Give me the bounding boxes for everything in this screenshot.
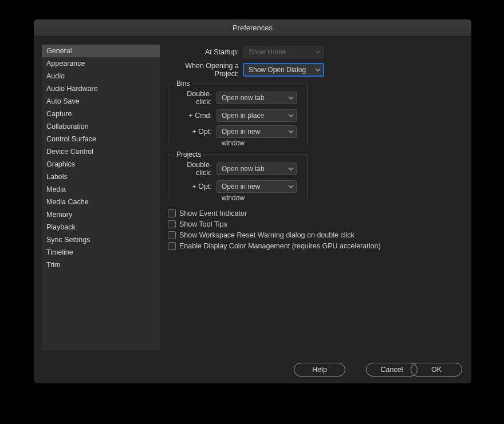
bins-cmd-dropdown[interactable]: Open in place xyxy=(216,109,297,122)
projects-group: Projects Double-click: Open new tab + Op… xyxy=(168,154,308,200)
bins-double-click-label: Double-click: xyxy=(175,90,216,106)
footer: Help Cancel OK xyxy=(34,356,471,383)
window-title: Preferences xyxy=(34,19,471,37)
projects-opt-label: + Opt: xyxy=(175,183,216,191)
projects-opt-dropdown[interactable]: Open in new window xyxy=(216,180,297,193)
chevron-down-icon xyxy=(288,184,294,189)
projects-double-click-row: Double-click: Open new tab xyxy=(175,161,300,177)
checkbox-label: Enable Display Color Management (require… xyxy=(179,242,381,250)
chevron-down-icon xyxy=(288,113,294,118)
checkbox-icon[interactable] xyxy=(168,209,176,217)
bins-double-click-dropdown[interactable]: Open new tab xyxy=(216,92,297,104)
bins-group-title: Bins xyxy=(174,80,192,88)
show-workspace-reset-row[interactable]: Show Workspace Reset Warning dialog on d… xyxy=(168,231,463,239)
ok-button[interactable]: OK xyxy=(411,363,462,377)
sidebar-item-device-control[interactable]: Device Control xyxy=(42,145,160,158)
checkbox-icon[interactable] xyxy=(168,242,176,250)
sidebar-item-trim[interactable]: Trim xyxy=(42,259,160,271)
at-startup-label: At Startup: xyxy=(168,48,243,56)
bins-cmd-row: + Cmd: Open in place xyxy=(175,109,300,122)
show-event-indicator-row[interactable]: Show Event Indicator xyxy=(168,209,463,217)
dropdown-value: Open new tab xyxy=(222,94,265,102)
dropdown-value: Open in new window xyxy=(222,183,260,202)
chevron-down-icon xyxy=(315,68,321,72)
sidebar-item-capture[interactable]: Capture xyxy=(42,108,160,120)
sidebar-item-playback[interactable]: Playback xyxy=(42,221,160,233)
sidebar-item-media-cache[interactable]: Media Cache xyxy=(42,196,160,208)
sidebar-item-sync-settings[interactable]: Sync Settings xyxy=(42,233,160,246)
sidebar-item-general[interactable]: General xyxy=(42,45,160,57)
main-panel: At Startup: Show Home When Opening a Pro… xyxy=(168,45,463,356)
bins-group: Bins Double-click: Open new tab + Cmd: O… xyxy=(168,84,308,145)
checkbox-label: Show Event Indicator xyxy=(179,209,247,217)
chevron-down-icon xyxy=(288,129,294,134)
bins-opt-label: + Opt: xyxy=(175,128,216,136)
window-body: General Appearance Audio Audio Hardware … xyxy=(34,37,471,356)
help-button[interactable]: Help xyxy=(294,363,345,377)
sidebar-item-appearance[interactable]: Appearance xyxy=(42,57,160,70)
at-startup-value: Show Home xyxy=(249,48,286,56)
when-opening-row: When Opening a Project: Show Open Dialog xyxy=(168,62,463,78)
sidebar-item-audio[interactable]: Audio xyxy=(42,70,160,82)
chevron-down-icon xyxy=(288,167,294,171)
bins-opt-dropdown[interactable]: Open in new window xyxy=(216,125,297,138)
dropdown-value: Open in place xyxy=(222,112,264,120)
checkbox-icon[interactable] xyxy=(168,220,176,228)
at-startup-row: At Startup: Show Home xyxy=(168,46,463,58)
sidebar-item-collaboration[interactable]: Collaboration xyxy=(42,120,160,133)
sidebar-item-auto-save[interactable]: Auto Save xyxy=(42,95,160,108)
when-opening-dropdown[interactable]: Show Open Dialog xyxy=(243,64,324,76)
projects-group-title: Projects xyxy=(174,150,203,158)
preferences-window: Preferences General Appearance Audio Aud… xyxy=(34,19,471,383)
show-tool-tips-row[interactable]: Show Tool Tips xyxy=(168,220,463,228)
sidebar-item-memory[interactable]: Memory xyxy=(42,208,160,221)
sidebar-item-audio-hardware[interactable]: Audio Hardware xyxy=(42,82,160,95)
sidebar-item-media[interactable]: Media xyxy=(42,183,160,196)
checkbox-label: Show Tool Tips xyxy=(179,220,227,228)
at-startup-dropdown: Show Home xyxy=(243,46,324,58)
bins-opt-row: + Opt: Open in new window xyxy=(175,125,300,138)
projects-double-click-dropdown[interactable]: Open new tab xyxy=(216,163,297,175)
chevron-down-icon xyxy=(315,50,321,54)
sidebar-item-timeline[interactable]: Timeline xyxy=(42,246,160,259)
sidebar-item-control-surface[interactable]: Control Surface xyxy=(42,133,160,145)
projects-double-click-label: Double-click: xyxy=(175,161,216,177)
cancel-button[interactable]: Cancel xyxy=(366,363,418,377)
enable-color-management-row[interactable]: Enable Display Color Management (require… xyxy=(168,242,463,250)
chevron-down-icon xyxy=(288,96,294,100)
dropdown-value: Open new tab xyxy=(222,165,265,173)
sidebar: General Appearance Audio Audio Hardware … xyxy=(42,45,160,350)
checkbox-icon[interactable] xyxy=(168,231,176,239)
bins-cmd-label: + Cmd: xyxy=(175,112,216,120)
when-opening-label: When Opening a Project: xyxy=(168,62,243,78)
checkbox-label: Show Workspace Reset Warning dialog on d… xyxy=(179,231,355,239)
sidebar-item-labels[interactable]: Labels xyxy=(42,171,160,183)
sidebar-item-graphics[interactable]: Graphics xyxy=(42,158,160,171)
bins-double-click-row: Double-click: Open new tab xyxy=(175,90,300,106)
dropdown-value: Open in new window xyxy=(222,128,260,147)
projects-opt-row: + Opt: Open in new window xyxy=(175,180,300,193)
when-opening-value: Show Open Dialog xyxy=(249,66,306,74)
